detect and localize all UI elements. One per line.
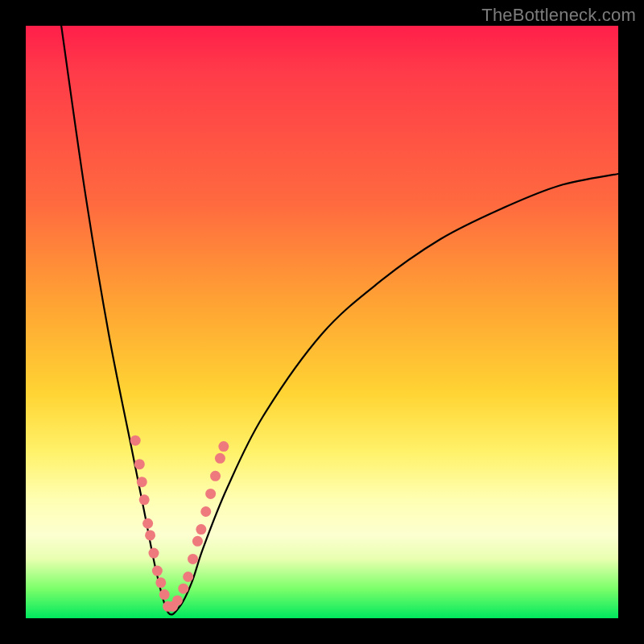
watermark-text: TheBottleneck.com: [481, 5, 636, 26]
sample-dot: [218, 441, 229, 452]
sample-dot: [196, 524, 206, 535]
sample-dot: [172, 595, 183, 605]
sample-dot: [178, 584, 188, 594]
chart-frame: TheBottleneck.com: [0, 0, 644, 644]
sample-dot: [155, 577, 166, 588]
curve-layer: [26, 26, 618, 618]
sample-dots-group: [130, 436, 229, 612]
sample-dot: [205, 489, 216, 499]
sample-dot: [200, 506, 211, 517]
sample-dot: [134, 459, 145, 469]
sample-dot: [148, 548, 159, 559]
plot-area: [26, 26, 618, 618]
sample-dot: [142, 518, 153, 529]
sample-dot: [130, 436, 141, 446]
sample-dot: [152, 566, 163, 576]
sample-dot: [192, 536, 203, 547]
sample-dot: [188, 554, 198, 564]
sample-dot: [137, 477, 147, 487]
sample-dot: [139, 494, 150, 505]
sample-dot: [159, 589, 170, 600]
sample-dot: [145, 530, 155, 540]
sample-dot: [183, 572, 193, 582]
sample-dot: [210, 471, 221, 481]
sample-dot: [215, 453, 225, 464]
